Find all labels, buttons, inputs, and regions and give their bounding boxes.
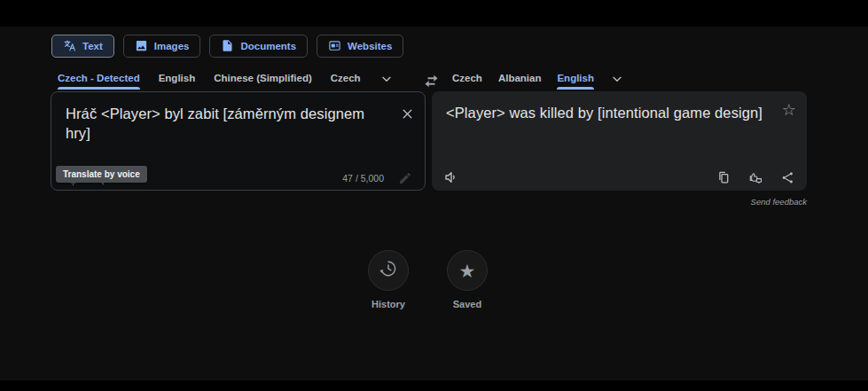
source-text-input[interactable]: Hráč <Player> byl zabit [záměrným design… [66, 104, 387, 143]
copy-translation-icon[interactable] [716, 170, 731, 185]
character-count: 47 / 5,000 [342, 173, 384, 184]
save-translation-star-icon[interactable]: ☆ [782, 100, 796, 120]
tab-label: Text [82, 41, 103, 51]
edit-pencil-icon[interactable] [398, 171, 412, 185]
clear-source-text-icon[interactable] [397, 104, 417, 123]
tab-text[interactable]: Text [51, 35, 114, 58]
source-lang-chinese[interactable]: Chinese (Simplified) [214, 73, 312, 90]
saved-shortcut: ★ Saved [447, 250, 488, 309]
tab-label: Websites [348, 41, 392, 51]
bottom-black-strip [0, 380, 868, 391]
tab-websites[interactable]: Websites [317, 35, 403, 58]
website-icon [328, 39, 341, 54]
translate-by-voice-tooltip: Translate by voice [56, 166, 147, 183]
share-translation-icon[interactable] [780, 170, 795, 185]
saved-label: Saved [453, 299, 481, 309]
google-translate-page: Text Images Documents [0, 0, 868, 391]
translation-result-panel: <Player> was killed by [intentional game… [432, 91, 807, 191]
source-text-panel: Hráč <Player> byl zabit [záměrným design… [51, 91, 426, 191]
saved-star-icon: ★ [459, 262, 476, 280]
tab-label: Documents [240, 41, 296, 51]
top-black-strip [0, 0, 868, 27]
swap-languages-icon[interactable] [423, 73, 440, 90]
history-shortcut: History [368, 250, 409, 309]
target-lang-albanian[interactable]: Albanian [498, 73, 542, 90]
history-icon [379, 259, 398, 282]
target-more-languages-chevron-down-icon[interactable] [610, 72, 624, 86]
history-label: History [371, 299, 405, 309]
target-language-tabs: Czech Albanian English [452, 73, 624, 90]
translation-actions [716, 170, 795, 185]
saved-button[interactable]: ★ [447, 250, 488, 291]
shortcuts-row: History ★ Saved [368, 250, 488, 309]
rate-translation-icon[interactable] [748, 170, 763, 185]
source-lang-english[interactable]: English [159, 73, 196, 90]
listen-translation-speaker-icon[interactable] [443, 169, 459, 185]
source-language-tabs: Czech - Detected English Chinese (Simpli… [58, 73, 394, 90]
language-bar: Czech - Detected English Chinese (Simpli… [0, 73, 868, 91]
target-lang-czech[interactable]: Czech [452, 73, 482, 90]
source-lang-czech-detected[interactable]: Czech - Detected [58, 73, 140, 90]
target-lang-english[interactable]: English [557, 73, 594, 90]
document-icon [221, 39, 234, 54]
tab-documents[interactable]: Documents [209, 35, 308, 58]
tab-label: Images [154, 41, 190, 51]
translated-text: <Player> was killed by [intentional game… [446, 103, 770, 122]
tab-images[interactable]: Images [123, 35, 201, 58]
image-icon [135, 39, 148, 54]
mode-tabs: Text Images Documents [51, 35, 403, 58]
translate-icon [63, 39, 76, 54]
source-more-languages-chevron-down-icon[interactable] [379, 72, 394, 86]
source-lang-czech[interactable]: Czech [331, 73, 361, 90]
history-button[interactable] [368, 250, 409, 291]
send-feedback-link[interactable]: Send feedback [432, 197, 807, 207]
